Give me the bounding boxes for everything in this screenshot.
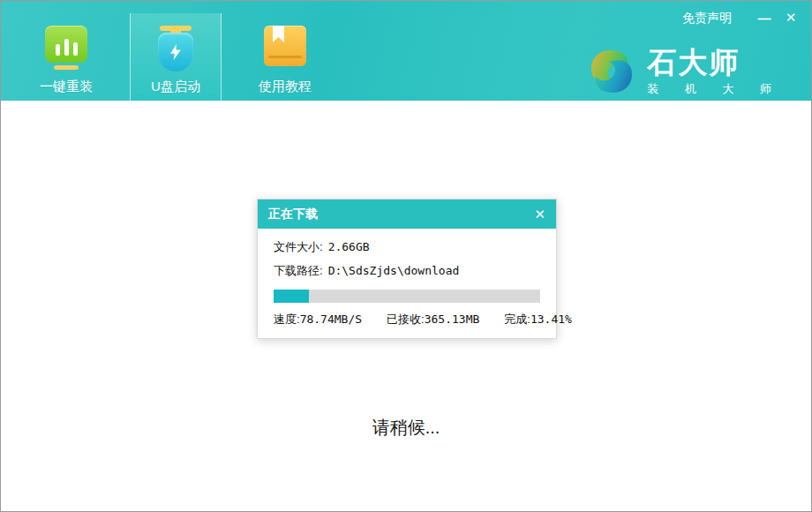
please-wait-text: 请稍候... (1, 416, 811, 440)
progress-bar-track (274, 290, 540, 303)
app-window: 一键重装 U盘启动 (0, 0, 812, 512)
tab-label: 一键重装 (40, 79, 93, 95)
received-stat: 已接收:365.13MB (387, 312, 479, 328)
app-header: 一键重装 U盘启动 (1, 1, 811, 101)
chart-bars-icon (45, 26, 87, 73)
dialog-close-icon[interactable]: ✕ (534, 207, 545, 221)
speed-value: 78.74MB/S (300, 312, 362, 326)
download-path-label: 下载路径: (274, 263, 323, 279)
download-dialog: 正在下载 ✕ 文件大小: 2.66GB 下载路径: D:\SdsZjds\dow… (257, 199, 557, 339)
tab-tutorial[interactable]: 使用教程 (239, 13, 331, 101)
bookmark-icon (273, 26, 284, 42)
complete-value: 13.41% (530, 312, 572, 326)
file-size-label: 文件大小: (274, 239, 323, 255)
download-path-value: D:\SdsZjds\download (328, 264, 460, 277)
tab-usb-boot[interactable]: U盘启动 (130, 13, 222, 101)
logo-subtitle: 装 机 大 师 (647, 81, 783, 97)
tab-label: 使用教程 (259, 79, 312, 95)
dialog-title: 正在下载 (268, 207, 534, 222)
file-size-value: 2.66GB (328, 240, 370, 253)
complete-label: 完成: (504, 312, 530, 328)
tab-label: U盘启动 (151, 79, 200, 95)
speed-label: 速度: (274, 312, 300, 328)
close-button[interactable]: ✕ (779, 6, 802, 29)
received-label: 已接收: (387, 312, 425, 328)
download-stats: 速度:78.74MB/S 已接收:365.13MB 完成:13.41% (274, 312, 540, 328)
main-tabs: 一键重装 U盘启动 (20, 1, 331, 101)
book-icon (264, 26, 306, 73)
lightning-icon (167, 41, 184, 63)
download-path-row: 下载路径: D:\SdsZjds\download (274, 263, 540, 279)
usb-shield-icon (156, 26, 195, 73)
file-size-row: 文件大小: 2.66GB (274, 239, 540, 255)
received-value: 365.13MB (425, 312, 480, 326)
progress-bar-fill (274, 290, 309, 303)
brand-logo: 石大师 装 机 大 师 (585, 45, 783, 98)
logo-s-icon (585, 45, 638, 98)
disclaimer-link[interactable]: 免责声明 (682, 11, 732, 26)
speed-stat: 速度:78.74MB/S (274, 312, 362, 328)
dialog-body: 文件大小: 2.66GB 下载路径: D:\SdsZjds\download 速… (258, 229, 556, 338)
logo-title: 石大师 (647, 47, 783, 79)
minimize-button[interactable]: — (753, 6, 776, 29)
dialog-title-bar: 正在下载 ✕ (258, 200, 556, 229)
complete-stat: 完成:13.41% (504, 312, 572, 328)
tab-one-key-reinstall[interactable]: 一键重装 (20, 13, 112, 101)
